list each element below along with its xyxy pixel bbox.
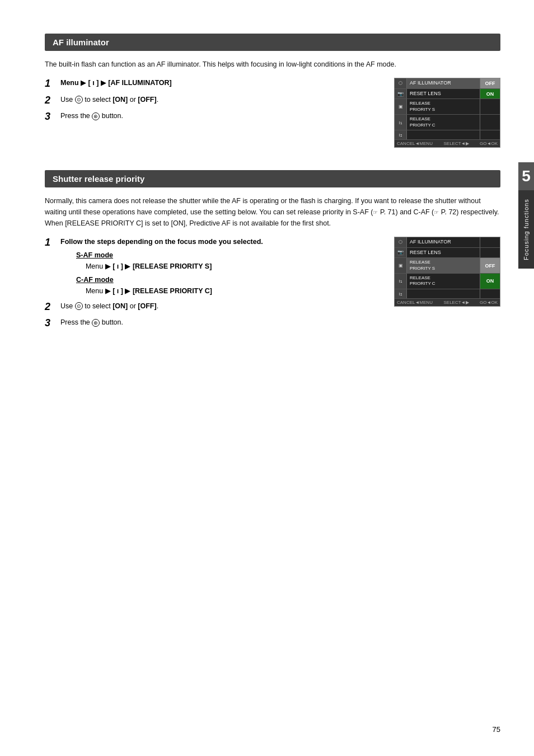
shutter-step-2: 2 Use ⊙ to select [ON] or [OFF]. <box>45 301 383 313</box>
shutter-menu-label-release-s: RELEASEPRIORITY S <box>407 258 480 273</box>
shutter-menu-icon-i2: ı₂ <box>395 289 407 298</box>
c-af-menu-path: Menu ▶ [ ı ] ▶ [RELEASE PRIORITY C] <box>82 285 383 297</box>
shutter-step-3-content: Press the ⊛ button. <box>60 317 383 328</box>
shutter-menu-label-release-c: RELEASEPRIORITY C <box>407 274 480 289</box>
menu-value-empty-3 <box>480 130 500 139</box>
step-number-3: 3 <box>45 111 57 123</box>
shutter-menu-value-empty-3 <box>480 289 500 298</box>
af-illuminator-steps-and-image: 1 Menu ▶ [ ı ] ▶ [AF ILLUMINATOR] 2 Use … <box>45 78 500 148</box>
shutter-step-1-content: Follow the steps depending on the focus … <box>60 237 383 297</box>
menu-row-4: ı₁ RELEASEPRIORITY C <box>395 115 500 130</box>
shutter-menu-value-empty-2 <box>480 248 500 258</box>
shutter-step-number-1: 1 <box>45 237 57 249</box>
menu-label-release-priority-c: RELEASEPRIORITY C <box>407 115 480 130</box>
shutter-menu-value-off: OFF <box>480 258 500 273</box>
sub-steps: S-AF mode Menu ▶ [ ı ] ▶ [RELEASE PRIORI… <box>76 250 383 297</box>
shutter-release-steps: 1 Follow the steps depending on the focu… <box>45 237 383 334</box>
shutter-menu-icon-af: ⬡ <box>395 237 407 247</box>
menu-label-reset-lens: RESET LENS <box>407 89 480 99</box>
menu-label-empty <box>407 130 480 139</box>
menu-row-3: ▣ RELEASEPRIORITY S <box>395 99 500 115</box>
menu-row-1: ⬡ AF ILLUMINATOR OFF <box>395 78 500 89</box>
af-step-2: 2 Use ⊙ to select [ON] or [OFF]. <box>45 95 383 107</box>
chapter-number: 5 <box>518 162 534 190</box>
menu-icon-cam: 📷 <box>395 89 407 99</box>
shutter-menu-label-af: AF ILLUMINATOR <box>407 237 480 247</box>
af-step-3: 3 Press the ⊛ button. <box>45 111 383 123</box>
c-af-mode-title: C-AF mode <box>76 274 383 285</box>
step-2-content: Use ⊙ to select [ON] or [OFF]. <box>60 95 383 105</box>
shutter-step-1: 1 Follow the steps depending on the focu… <box>45 237 383 297</box>
shutter-menu-row-2: 📷 RESET LENS <box>395 248 500 259</box>
s-af-menu-path: Menu ▶ [ ı ] ▶ [RELEASE PRIORITY S] <box>82 261 383 272</box>
page-number: 75 <box>493 725 500 734</box>
shutter-release-menu-image: ⬡ AF ILLUMINATOR 📷 RESET LENS ▣ RELEASEP… <box>394 237 500 307</box>
shutter-step-3: 3 Press the ⊛ button. <box>45 317 383 330</box>
shutter-menu-label-reset: RESET LENS <box>407 248 480 258</box>
menu-icon-af: ⬡ <box>395 78 407 88</box>
shutter-menu-bottom-bar: CANCEL◄MENUSELECT◄▶GO◄OK <box>395 299 500 306</box>
menu-icon-i2: ı₂ <box>395 130 407 139</box>
shutter-step-2-content: Use ⊙ to select [ON] or [OFF]. <box>60 301 383 312</box>
dial-icon-1: ⊙ <box>75 96 83 104</box>
shutter-step-number-3: 3 <box>45 317 57 330</box>
menu-icon-i1: ı₁ <box>395 115 407 130</box>
shutter-release-title: Shutter release priority <box>45 170 500 187</box>
shutter-menu-label-empty <box>407 289 480 298</box>
step-1-content: Menu ▶ [ ı ] ▶ [AF ILLUMINATOR] <box>60 78 383 88</box>
af-illuminator-section: AF illuminator The built-in flash can fu… <box>45 34 500 148</box>
ok-button-icon-1: ⊛ <box>92 112 100 120</box>
shutter-menu-row-3: ▣ RELEASEPRIORITY S OFF <box>395 258 500 274</box>
shutter-release-section: Shutter release priority Normally, this … <box>45 170 500 334</box>
menu-row-2: 📷 RESET LENS ON <box>395 89 500 100</box>
af-illuminator-steps: 1 Menu ▶ [ ı ] ▶ [AF ILLUMINATOR] 2 Use … <box>45 78 383 128</box>
menu-value-empty-2 <box>480 115 500 130</box>
shutter-release-description: Normally, this camera does not release t… <box>45 195 500 229</box>
shutter-menu-row-5: ı₂ <box>395 289 500 299</box>
af-illuminator-description: The built-in flash can function as an AF… <box>45 59 500 70</box>
menu-bottom-bar-1: CANCEL◄MENUSELECT◄▶GO◄OK <box>395 140 500 147</box>
af-step-1: 1 Menu ▶ [ ı ] ▶ [AF ILLUMINATOR] <box>45 78 383 90</box>
page-container: 5 Focusing functions AF illuminator The … <box>0 0 534 756</box>
menu-icon-disp: ▣ <box>395 99 407 114</box>
shutter-release-steps-and-image: 1 Follow the steps depending on the focu… <box>45 237 500 334</box>
shutter-menu-value-empty-1 <box>480 237 500 247</box>
menu-label-release-priority-s: RELEASEPRIORITY S <box>407 99 480 114</box>
shutter-menu-row-1: ⬡ AF ILLUMINATOR <box>395 237 500 248</box>
menu-label-af-illuminator: AF ILLUMINATOR <box>407 78 480 88</box>
menu-value-on-1: ON <box>480 89 500 99</box>
ok-button-icon-2: ⊛ <box>92 319 100 327</box>
shutter-menu-icon-i1: ı₁ <box>395 274 407 289</box>
shutter-menu-value-on: ON <box>480 274 500 289</box>
step-number-1: 1 <box>45 78 57 90</box>
s-af-mode-title: S-AF mode <box>76 250 383 261</box>
dial-icon-2: ⊙ <box>75 302 83 310</box>
menu-value-off-1: OFF <box>480 78 500 88</box>
menu-value-empty-1 <box>480 99 500 114</box>
step-number-2: 2 <box>45 95 57 107</box>
af-illuminator-title: AF illuminator <box>45 34 500 51</box>
step-3-content: Press the ⊛ button. <box>60 111 383 121</box>
af-illuminator-menu-image: ⬡ AF ILLUMINATOR OFF 📷 RESET LENS ON ▣ R… <box>394 78 500 148</box>
side-tab-label: Focusing functions <box>518 190 534 269</box>
shutter-menu-icon-disp: ▣ <box>395 258 407 273</box>
shutter-menu-row-4: ı₁ RELEASEPRIORITY C ON <box>395 274 500 289</box>
shutter-step-number-2: 2 <box>45 301 57 313</box>
shutter-menu-icon-cam: 📷 <box>395 248 407 258</box>
menu-row-5: ı₂ <box>395 130 500 140</box>
